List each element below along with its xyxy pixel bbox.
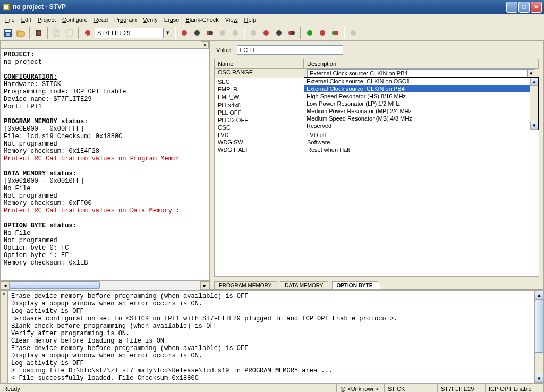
scroll-right-icon[interactable]: ▸ <box>200 281 209 290</box>
svg-point-12 <box>194 30 200 36</box>
dropdown-option[interactable]: Low Power Resonator (LP) 1/2 MHz <box>304 100 538 107</box>
device-combo-input[interactable] <box>95 28 164 38</box>
output-log: Erase device memory before programming (… <box>8 291 534 383</box>
cell-name: SEC <box>215 78 304 86</box>
chip-icon-7[interactable] <box>260 27 272 39</box>
svg-rect-1 <box>4 5 8 9</box>
chip-icon-1[interactable] <box>178 27 190 39</box>
value-label: Value : <box>216 47 234 53</box>
svg-rect-8 <box>55 31 60 37</box>
svg-rect-9 <box>67 30 72 36</box>
svg-point-18 <box>264 30 269 36</box>
value-input[interactable] <box>237 45 343 55</box>
svg-rect-7 <box>54 30 58 35</box>
svg-point-25 <box>334 31 338 35</box>
osc-range-dropdown[interactable]: External Clock source: CLKIN on OSC1Exte… <box>304 77 539 130</box>
menu-help[interactable]: Help <box>241 15 259 24</box>
menu-verify[interactable]: Verify <box>140 15 161 24</box>
device-combo[interactable]: ▾ <box>95 28 172 38</box>
tab-data-memory[interactable]: DATA MEMORY <box>280 281 332 289</box>
option-byte-pane: Value : Name Description OSC RANGEExtern… <box>210 40 544 290</box>
menu-erase[interactable]: Erase <box>161 15 183 24</box>
save-icon[interactable] <box>2 27 14 39</box>
output-scrollbar[interactable]: ▴ ▾ <box>534 291 543 383</box>
chip-icon-9[interactable] <box>286 27 298 39</box>
dropdown-option[interactable]: Medium Power Resonator (MP) 2/4 MHz <box>304 107 538 115</box>
chip-icon-12[interactable] <box>329 27 341 39</box>
chip-icon-3[interactable] <box>204 27 216 39</box>
chevron-down-icon[interactable]: ▾ <box>527 70 535 77</box>
menu-project[interactable]: Project <box>35 15 59 24</box>
svg-point-23 <box>320 30 325 36</box>
minimize-button[interactable]: _ <box>506 2 517 13</box>
project-pane: × PROJECT: no project CONFIGURATION: Har… <box>0 40 210 290</box>
svg-point-21 <box>291 31 295 35</box>
chip-icon-11[interactable] <box>317 27 328 39</box>
dropdown-option[interactable]: Medium Speed Resonator (MS) 4/8 MHz <box>304 115 538 122</box>
output-close-icon[interactable]: × <box>1 291 8 383</box>
cell-name: FMP_R <box>215 86 304 93</box>
dropdown-option[interactable]: Reserved <box>304 122 538 130</box>
cell-desc[interactable]: External Clock source: CLKIN on PB4▾Exte… <box>304 69 539 78</box>
toolbar: ▾ <box>0 25 544 40</box>
grid-row[interactable]: WDG SWSoftware <box>215 139 539 146</box>
dropdown-option[interactable]: External Clock source: CLKIN on OSC1 <box>304 78 538 85</box>
status-ready: Ready <box>0 384 337 392</box>
svg-point-15 <box>220 30 225 36</box>
chip-icon-13 <box>347 27 359 39</box>
scroll-up-icon[interactable]: ▴ <box>535 291 543 300</box>
menu-blankcheck[interactable]: Blank-Check <box>182 15 222 24</box>
menu-edit[interactable]: Edit <box>18 15 35 24</box>
scroll-left-icon[interactable]: ◂ <box>1 281 10 290</box>
chip-icon-10[interactable] <box>304 27 316 39</box>
svg-point-26 <box>351 30 356 36</box>
svg-point-17 <box>251 30 256 36</box>
status-at: @ <Unknown> <box>337 384 385 392</box>
menu-view[interactable]: View <box>222 15 241 24</box>
chip-icon-6 <box>248 27 259 39</box>
column-description[interactable]: Description <box>304 59 539 68</box>
menu-file[interactable]: File <box>2 15 18 24</box>
grid-row[interactable]: WDG HALTReset when Halt <box>215 146 539 154</box>
cell-desc[interactable]: LVD off <box>304 131 539 139</box>
open-icon[interactable] <box>15 27 27 39</box>
chip-icon-2[interactable] <box>191 27 203 39</box>
maximize-button[interactable]: □ <box>518 2 530 13</box>
menu-configure[interactable]: Configure <box>59 15 91 24</box>
cell-desc[interactable]: Reset when Halt <box>304 146 539 154</box>
window-title: no project - STVP <box>13 3 506 11</box>
close-button[interactable]: ✕ <box>531 2 542 13</box>
titlebar: no project - STVP _ □ ✕ <box>0 0 544 14</box>
left-scrollbar[interactable]: ◂ ▸ <box>1 280 209 289</box>
chevron-down-icon[interactable]: ▾ <box>164 28 172 38</box>
scroll-down-icon[interactable]: ▾ <box>530 122 538 130</box>
menubar: File Edit Project Configure Read Program… <box>0 14 544 25</box>
menu-program[interactable]: Program <box>111 15 140 24</box>
scroll-up-icon[interactable]: ▴ <box>530 78 538 86</box>
memory-tabs: PROGRAM MEMORY DATA MEMORY OPTION BYTE <box>210 279 543 289</box>
copy-icon <box>51 27 63 39</box>
grid-row[interactable]: OSC RANGEExternal Clock source: CLKIN on… <box>215 69 539 78</box>
cell-name: LVD <box>215 131 304 139</box>
menu-read[interactable]: Read <box>91 15 111 24</box>
scroll-down-icon[interactable]: ▾ <box>535 374 543 383</box>
run-icon[interactable] <box>82 27 94 39</box>
statusbar: Ready @ <Unknown> STICK ST7FLITE29 ICP O… <box>0 384 544 392</box>
project-info: PROJECT: no project CONFIGURATION: Hardw… <box>1 49 209 280</box>
dropdown-option[interactable]: High Speed Resonator (HS) 8/16 MHz <box>304 92 538 100</box>
dropdown-option[interactable]: External Clock source: CLKIN on PB4 <box>304 85 538 92</box>
tab-option-byte[interactable]: OPTION BYTE <box>332 281 382 289</box>
cell-desc[interactable]: Software <box>304 139 539 146</box>
cell-name: PLL OFF <box>215 109 304 116</box>
tab-program-memory[interactable]: PROGRAM MEMORY <box>214 281 280 289</box>
cell-name: WDG HALT <box>215 146 304 154</box>
column-name[interactable]: Name <box>215 59 304 68</box>
app-icon <box>2 3 11 11</box>
chip-icon-8[interactable] <box>273 27 285 39</box>
svg-point-6 <box>37 31 40 35</box>
pane-close-icon[interactable]: × <box>201 41 209 48</box>
cell-name: WDG SW <box>215 139 304 146</box>
cell-name: PLL32 OFF <box>215 116 304 124</box>
grid-row[interactable]: LVDLVD off <box>215 131 539 139</box>
device-icon[interactable] <box>33 27 45 39</box>
